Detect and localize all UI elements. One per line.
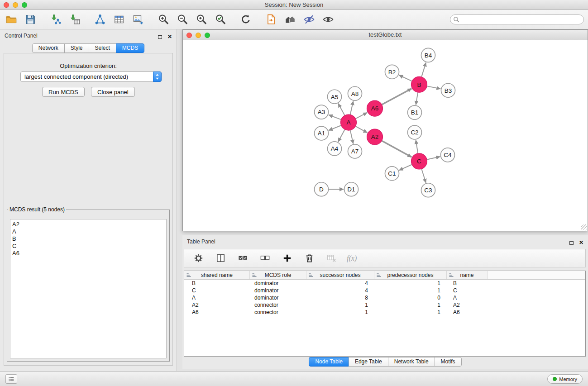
edge-A-A6[interactable] — [356, 113, 367, 119]
edge-B-B3[interactable] — [427, 86, 441, 89]
node-A3[interactable]: A3 — [315, 105, 329, 119]
table-cell[interactable]: 8 — [306, 294, 374, 301]
zoom-fit-button[interactable] — [214, 13, 227, 26]
search-box[interactable] — [450, 14, 584, 24]
node-A1[interactable]: A1 — [315, 126, 329, 140]
tab-select[interactable]: Select — [89, 43, 116, 53]
node-A4[interactable]: A4 — [328, 142, 342, 156]
table-cell[interactable]: 1 — [306, 301, 374, 309]
table-cell[interactable]: 1 — [306, 309, 374, 316]
edge-A-A4[interactable] — [338, 129, 345, 142]
import-table-button[interactable] — [68, 13, 81, 26]
node-C1[interactable]: C1 — [385, 167, 399, 181]
node-B[interactable]: B — [411, 76, 427, 92]
new-table-button[interactable] — [112, 13, 126, 26]
table-row[interactable]: Cdominator41C — [184, 287, 585, 294]
search-input[interactable] — [459, 15, 583, 24]
tab-motifs[interactable]: Motifs — [435, 357, 462, 367]
float-table-panel-button[interactable] — [569, 238, 574, 247]
import-network-button[interactable] — [49, 13, 62, 26]
table-cell[interactable]: A — [447, 294, 488, 301]
edge-B-B4[interactable] — [421, 62, 426, 77]
node-C3[interactable]: C3 — [421, 183, 435, 197]
zoom-in-button[interactable] — [157, 13, 170, 26]
table-cell[interactable]: C — [447, 287, 488, 294]
table-cell[interactable]: 4 — [306, 287, 374, 294]
node-B4[interactable]: B4 — [421, 48, 435, 62]
mcds-result-item[interactable]: A6 — [12, 250, 166, 257]
edge-A2-C[interactable] — [382, 141, 412, 157]
table-cell[interactable]: connector — [250, 309, 306, 316]
column-header-successor-nodes[interactable]: successor nodes — [306, 271, 374, 279]
task-history-button[interactable] — [5, 374, 17, 384]
table-cell[interactable]: 1 — [374, 280, 447, 287]
table-cell[interactable]: 1 — [374, 309, 447, 316]
function-builder-button[interactable]: f(x) — [347, 252, 357, 265]
tab-network[interactable]: Network — [32, 43, 65, 53]
column-header-MCDS-role[interactable]: MCDS role — [250, 271, 306, 279]
refresh-button[interactable] — [239, 13, 253, 26]
table-cell[interactable]: B — [184, 280, 250, 287]
node-A7[interactable]: A7 — [348, 144, 362, 158]
table-cell[interactable]: B — [447, 280, 488, 287]
first-neighbors-button[interactable] — [264, 13, 278, 26]
new-network-button[interactable] — [93, 13, 107, 26]
mcds-result-item[interactable]: B — [12, 235, 166, 243]
tab-mcds[interactable]: MCDS — [116, 43, 144, 53]
column-header-shared-name[interactable]: shared name — [184, 271, 250, 279]
mcds-result-item[interactable]: C — [12, 243, 166, 250]
memory-button[interactable]: Memory — [547, 374, 583, 384]
close-control-panel-button[interactable]: ✕ — [167, 34, 172, 39]
table-row[interactable]: A2connector11A2 — [184, 301, 585, 309]
column-header-name[interactable]: name — [447, 271, 488, 279]
network-canvas[interactable]: B4B2BB3A5A8A6B1A3AC2A1A2A4A7C4CC1C3DD1 — [183, 40, 588, 231]
mcds-result-list[interactable]: A2ABCA6 — [10, 219, 167, 358]
mcds-result-item[interactable]: A — [12, 228, 166, 235]
tab-edge-table[interactable]: Edge Table — [349, 357, 388, 367]
mcds-result-item[interactable]: A2 — [12, 221, 166, 228]
tab-network-table[interactable]: Network Table — [388, 357, 435, 367]
hide-selected-button[interactable] — [302, 13, 316, 26]
export-image-button[interactable] — [131, 13, 145, 26]
run-mcds-button[interactable]: Run MCDS — [42, 87, 85, 97]
edge-C-C4[interactable] — [427, 157, 440, 159]
open-session-button[interactable] — [5, 13, 18, 26]
node-B2[interactable]: B2 — [385, 65, 399, 79]
tab-node-table[interactable]: Node Table — [309, 357, 349, 367]
deselect-all-button[interactable] — [258, 252, 272, 265]
edge-B-B1[interactable] — [416, 93, 418, 105]
edge-A-A2[interactable] — [356, 126, 368, 133]
node-A5[interactable]: A5 — [328, 90, 342, 104]
select-all-button[interactable] — [236, 252, 249, 265]
edge-A-A1[interactable] — [329, 125, 341, 130]
node-A2[interactable]: A2 — [367, 129, 383, 145]
edge-B-B2[interactable] — [399, 75, 411, 81]
column-header-predecessor-nodes[interactable]: predecessor nodes — [374, 271, 447, 279]
table-cell[interactable]: dominator — [250, 280, 306, 287]
table-cell[interactable]: A6 — [184, 309, 250, 316]
edge-C-C3[interactable] — [421, 169, 426, 183]
show-columns-button[interactable] — [214, 252, 227, 265]
edge-A-A8[interactable] — [350, 101, 354, 114]
table-cell[interactable]: A2 — [184, 301, 250, 309]
node-A8[interactable]: A8 — [348, 86, 362, 100]
table-cell[interactable]: connector — [250, 301, 306, 309]
close-panel-button[interactable]: Close panel — [91, 87, 135, 97]
node-A6[interactable]: A6 — [367, 100, 383, 116]
tab-style[interactable]: Style — [64, 43, 89, 53]
table-cell[interactable]: dominator — [250, 287, 306, 294]
save-session-button[interactable] — [24, 13, 37, 26]
table-cell[interactable]: 4 — [306, 280, 374, 287]
edge-A6-B[interactable] — [382, 89, 412, 105]
table-cell[interactable]: A2 — [447, 301, 488, 309]
table-row[interactable]: A6connector11A6 — [184, 309, 585, 316]
table-row[interactable]: Adominator80A — [184, 294, 585, 301]
node-A[interactable]: A — [341, 114, 357, 130]
optimization-criterion-select[interactable]: largest connected component (directed) — [20, 71, 162, 82]
edge-A-A3[interactable] — [329, 115, 341, 119]
delete-table-button[interactable] — [325, 252, 338, 265]
node-B3[interactable]: B3 — [441, 83, 455, 97]
float-control-panel-button[interactable] — [158, 33, 162, 41]
edge-C-C1[interactable] — [399, 165, 412, 171]
table-settings-button[interactable] — [191, 252, 205, 265]
